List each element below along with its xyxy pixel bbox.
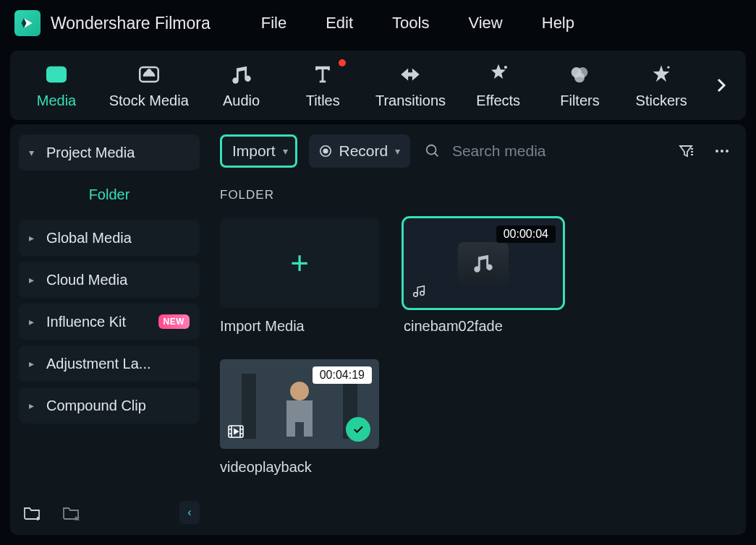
chevron-right-icon: ▸ — [29, 358, 38, 369]
media-item-name: cinebam02fade — [404, 318, 563, 335]
sidebar-global-media[interactable]: ▸ Global Media — [19, 220, 200, 256]
search-icon — [422, 139, 443, 163]
menu-tools[interactable]: Tools — [392, 14, 429, 33]
menu-help[interactable]: Help — [542, 14, 574, 33]
transitions-icon — [398, 62, 422, 87]
ellipsis-icon — [713, 142, 731, 160]
svg-point-23 — [290, 382, 309, 400]
media-panel: Import ▾ Record ▾ FOLDER — [208, 124, 746, 535]
filter-icon — [677, 142, 695, 160]
tab-transitions[interactable]: Transitions — [375, 62, 446, 109]
filmora-logo-icon — [20, 16, 35, 30]
menu-edit[interactable]: Edit — [326, 14, 353, 33]
media-item-video[interactable]: 00:04:19 — [220, 359, 379, 476]
new-folder-button[interactable] — [19, 499, 46, 526]
music-note-icon — [471, 251, 496, 275]
filter-button[interactable] — [674, 139, 698, 163]
search-input[interactable] — [452, 142, 662, 160]
sidebar-influence-kit[interactable]: ▸ Influence Kit NEW — [19, 304, 200, 340]
sidebar-cloud-media[interactable]: ▸ Cloud Media — [19, 262, 200, 298]
svg-point-12 — [323, 148, 328, 153]
tab-media[interactable]: Media — [27, 62, 85, 109]
audio-icon — [229, 62, 254, 87]
check-icon — [352, 423, 365, 436]
svg-point-9 — [574, 72, 585, 82]
sidebar: ▾ Project Media Folder ▸ Global Media ▸ … — [10, 124, 208, 535]
media-item-name: videoplayback — [220, 459, 379, 476]
section-title: FOLDER — [220, 188, 734, 202]
audio-type-icon — [411, 283, 427, 302]
sidebar-adjustment-layer[interactable]: ▸ Adjustment La... — [19, 346, 200, 382]
folder-remove-icon — [62, 505, 81, 520]
chevron-right-icon: ▸ — [29, 232, 38, 244]
svg-rect-2 — [47, 67, 66, 82]
effects-icon — [486, 62, 511, 87]
svg-point-5 — [148, 69, 150, 72]
svg-point-16 — [726, 150, 729, 153]
delete-folder-button[interactable] — [58, 499, 85, 526]
clip-duration: 00:00:04 — [496, 226, 556, 243]
tab-audio[interactable]: Audio — [213, 62, 271, 109]
filters-icon — [567, 62, 592, 87]
more-options-button[interactable] — [710, 139, 734, 163]
menu-file[interactable]: File — [261, 14, 286, 33]
svg-point-6 — [504, 65, 507, 68]
chevron-left-icon: ‹ — [187, 506, 191, 519]
audio-thumbnail — [458, 242, 509, 284]
import-tile-label: Import Media — [220, 318, 379, 335]
menu-view[interactable]: View — [468, 14, 502, 33]
titles-icon — [310, 62, 335, 87]
titles-notification-dot — [339, 59, 346, 66]
collapse-sidebar-button[interactable]: ‹ — [179, 501, 200, 524]
svg-point-15 — [721, 150, 723, 153]
chevron-right-icon: ▸ — [29, 400, 38, 411]
plus-icon: + — [290, 245, 309, 281]
chevron-down-icon: ▾ — [395, 145, 400, 157]
import-dropdown[interactable]: Import ▾ — [220, 134, 297, 168]
sidebar-compound-clip[interactable]: ▸ Compound Clip — [19, 387, 200, 424]
record-icon — [319, 145, 332, 158]
tab-stock-media[interactable]: Stock Media — [109, 62, 189, 109]
category-tabs: Media Stock Media Audio Titles Transitio… — [10, 51, 746, 120]
chevron-right-icon: ▸ — [29, 316, 38, 327]
tab-filters[interactable]: Filters — [551, 62, 608, 109]
tabs-scroll-right[interactable] — [714, 72, 729, 98]
svg-point-18 — [420, 291, 425, 296]
new-badge: NEW — [158, 314, 190, 329]
svg-point-17 — [414, 293, 418, 297]
svg-point-14 — [715, 150, 718, 153]
chevron-right-icon — [716, 77, 726, 94]
chevron-right-icon: ▸ — [29, 274, 38, 286]
tab-effects[interactable]: Effects — [470, 62, 527, 109]
stickers-icon — [649, 62, 674, 87]
svg-point-10 — [667, 66, 669, 68]
used-in-timeline-badge — [346, 417, 370, 442]
media-icon — [44, 62, 69, 87]
chevron-down-icon: ▾ — [29, 147, 38, 158]
sidebar-folder-active[interactable]: Folder — [19, 176, 200, 213]
chevron-down-icon: ▾ — [283, 145, 288, 157]
tab-stickers[interactable]: Stickers — [632, 62, 690, 109]
svg-point-13 — [427, 145, 436, 155]
media-item-audio[interactable]: 00:00:04 cinebam02fade — [404, 218, 563, 335]
sidebar-project-media[interactable]: ▾ Project Media — [19, 134, 200, 171]
app-logo — [14, 10, 41, 36]
video-type-icon — [227, 424, 245, 442]
app-title: Wondershare Filmora — [51, 14, 211, 33]
folder-plus-icon — [23, 505, 42, 520]
stock-media-icon — [137, 62, 161, 87]
record-dropdown[interactable]: Record ▾ — [309, 134, 411, 168]
import-media-tile[interactable]: + Import Media — [220, 218, 379, 335]
clip-duration: 00:04:19 — [313, 366, 372, 384]
tab-titles[interactable]: Titles — [294, 62, 352, 109]
